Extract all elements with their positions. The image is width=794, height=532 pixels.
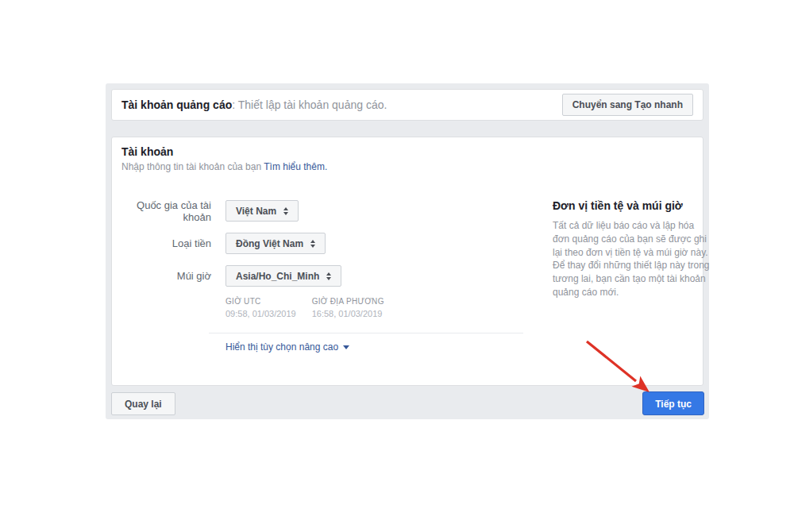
account-section-title: Tài khoản bbox=[121, 145, 173, 158]
subtitle-text: Nhập thông tin tài khoản của bạn bbox=[121, 161, 261, 172]
continue-button[interactable]: Tiếp tục bbox=[642, 391, 704, 415]
country-label: Quốc gia của tài khoản bbox=[121, 199, 211, 223]
local-time-value: 16:58, 01/03/2019 bbox=[312, 309, 384, 318]
advanced-link-label: Hiển thị tùy chọn nâng cao bbox=[225, 341, 338, 353]
page-title-rest: : Thiết lập tài khoản quảng cáo. bbox=[232, 98, 387, 111]
country-select[interactable]: Việt Nam bbox=[225, 200, 299, 222]
account-section-subtitle: Nhập thông tin tài khoản của bạn Tìm hiể… bbox=[121, 161, 327, 172]
account-card: Tài khoản Nhập thông tin tài khoản của b… bbox=[111, 137, 703, 386]
form-divider bbox=[209, 333, 523, 333]
learn-more-link[interactable]: Tìm hiểu thêm. bbox=[264, 161, 327, 172]
utc-time-value: 09:58, 01/03/2019 bbox=[225, 309, 296, 318]
show-advanced-options-link[interactable]: Hiển thị tùy chọn nâng cao bbox=[225, 341, 349, 353]
info-panel-title: Đơn vị tiền tệ và múi giờ bbox=[553, 199, 713, 212]
info-panel-body: Tất cả dữ liệu báo cáo và lập hóa đơn qu… bbox=[553, 219, 713, 299]
updown-caret-icon bbox=[326, 272, 331, 280]
country-value: Việt Nam bbox=[236, 206, 276, 217]
timezone-label: Múi giờ bbox=[121, 270, 211, 282]
switch-quick-creation-button[interactable]: Chuyển sang Tạo nhanh bbox=[562, 94, 693, 116]
utc-time-col: GIỜ UTC 09:58, 01/03/2019 bbox=[225, 297, 296, 318]
currency-timezone-info-panel: Đơn vị tiền tệ và múi giờ Tất cả dữ liệu… bbox=[553, 199, 713, 299]
time-info: GIỜ UTC 09:58, 01/03/2019 GIỜ ĐỊA PHƯƠNG… bbox=[225, 297, 384, 318]
back-button[interactable]: Quay lại bbox=[111, 392, 175, 415]
chevron-down-icon bbox=[343, 345, 349, 349]
account-form: Quốc gia của tài khoản Việt Nam Loại tiề… bbox=[121, 200, 341, 298]
currency-row: Loại tiền Đồng Việt Nam bbox=[121, 233, 341, 254]
timezone-select[interactable]: Asia/Ho_Chi_Minh bbox=[225, 265, 341, 287]
timezone-row: Múi giờ Asia/Ho_Chi_Minh bbox=[121, 265, 341, 287]
updown-caret-icon bbox=[310, 240, 315, 248]
currency-select[interactable]: Đồng Việt Nam bbox=[225, 233, 326, 254]
local-time-col: GIỜ ĐỊA PHƯƠNG 16:58, 01/03/2019 bbox=[312, 297, 384, 318]
header-bar: Tài khoản quảng cáo: Thiết lập tài khoản… bbox=[111, 89, 703, 121]
updown-caret-icon bbox=[283, 207, 288, 215]
currency-label: Loại tiền bbox=[121, 237, 211, 249]
ad-account-setup-panel: Tài khoản quảng cáo: Thiết lập tài khoản… bbox=[106, 83, 709, 419]
local-time-label: GIỜ ĐỊA PHƯƠNG bbox=[312, 297, 384, 306]
page-title: Tài khoản quảng cáo: Thiết lập tài khoản… bbox=[121, 98, 387, 111]
utc-time-label: GIỜ UTC bbox=[225, 297, 296, 306]
page-title-bold: Tài khoản quảng cáo bbox=[121, 98, 232, 111]
country-row: Quốc gia của tài khoản Việt Nam bbox=[121, 200, 341, 222]
timezone-value: Asia/Ho_Chi_Minh bbox=[236, 271, 319, 282]
currency-value: Đồng Việt Nam bbox=[236, 238, 303, 249]
